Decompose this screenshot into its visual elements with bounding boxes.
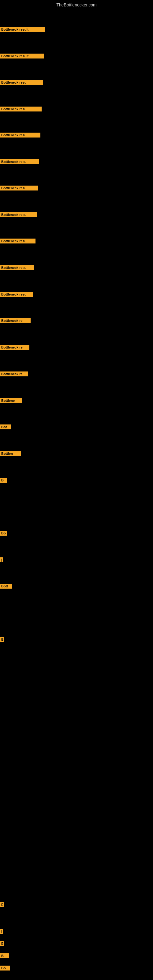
bottleneck-row-13: Bottleneck re [0,370,153,378]
bottleneck-bar-36[interactable]: B [0,953,9,958]
bottleneck-bar-15[interactable]: Bot [0,425,11,430]
bottleneck-row-4: Bottleneck resu [0,131,153,139]
bottleneck-bar-5[interactable]: Bottleneck resu [0,159,39,164]
bottleneck-bar-11[interactable]: Bottleneck re [0,318,30,323]
bottleneck-row-14: Bottlene [0,396,153,404]
bottleneck-row-21: Bott [0,582,153,590]
bottleneck-row-7: Bottleneck resu [0,211,153,219]
bottleneck-bar-2[interactable]: Bottleneck resu [0,80,43,85]
bottleneck-bar-34[interactable]: | [0,929,3,934]
bottleneck-row-19: Bo [0,529,153,537]
bottleneck-bar-37[interactable]: Bo [0,966,10,970]
bottleneck-bar-19[interactable]: Bo [0,531,7,536]
bottleneck-row-11: Bottleneck re [0,317,153,325]
bottleneck-row-33: E [0,901,153,908]
bottleneck-bar-6[interactable]: Bottleneck resu [0,186,38,191]
bottleneck-bar-17[interactable]: B [0,478,7,483]
bottleneck-row-15: Bot [0,423,153,431]
bottleneck-row-34: | [0,928,153,935]
bottleneck-bar-20[interactable]: | [0,557,3,562]
bottleneck-bar-1[interactable]: Bottleneck result [0,54,44,59]
bottleneck-bar-14[interactable]: Bottlene [0,398,22,403]
bottleneck-bar-21[interactable]: Bott [0,584,12,589]
bottleneck-bar-35[interactable]: E [0,941,4,946]
bottleneck-row-8: Bottleneck resu [0,237,153,245]
bottleneck-bar-12[interactable]: Bottleneck re [0,345,29,350]
bottleneck-row-6: Bottleneck resu [0,184,153,192]
bottleneck-bar-7[interactable]: Bottleneck resu [0,212,37,217]
bottleneck-row-5: Bottleneck resu [0,158,153,166]
bottleneck-row-36: B [0,952,153,960]
bottleneck-row-0: Bottleneck result [0,25,153,33]
bottleneck-bar-4[interactable]: Bottleneck resu [0,133,40,137]
bottleneck-row-37: Bo [0,964,153,972]
bottleneck-row-12: Bottleneck re [0,343,153,351]
bottleneck-row-1: Bottleneck result [0,52,153,60]
bottleneck-row-10: Bottleneck resu [0,290,153,298]
bottleneck-bar-9[interactable]: Bottleneck resu [0,265,34,270]
bottleneck-row-20: | [0,556,153,564]
bottleneck-row-35: E [0,940,153,948]
bottleneck-bar-13[interactable]: Bottleneck re [0,371,28,376]
bottleneck-row-9: Bottleneck resu [0,264,153,272]
bottleneck-bar-23[interactable]: E [0,637,4,642]
bottleneck-bar-33[interactable]: E [0,902,4,907]
bottleneck-bar-16[interactable]: Bottlen [0,451,21,456]
bottleneck-bar-10[interactable]: Bottleneck resu [0,292,33,297]
bottleneck-bar-0[interactable]: Bottleneck result [0,27,45,32]
bottleneck-bar-8[interactable]: Bottleneck resu [0,239,35,243]
bottleneck-row-17: B [0,476,153,484]
bottleneck-row-3: Bottleneck resu [0,105,153,113]
bottleneck-row-16: Bottlen [0,450,153,458]
site-title: TheBottlenecker.com [0,0,153,9]
bottleneck-row-2: Bottleneck resu [0,78,153,86]
bottleneck-bar-3[interactable]: Bottleneck resu [0,107,41,111]
bottleneck-row-23: E [0,635,153,643]
